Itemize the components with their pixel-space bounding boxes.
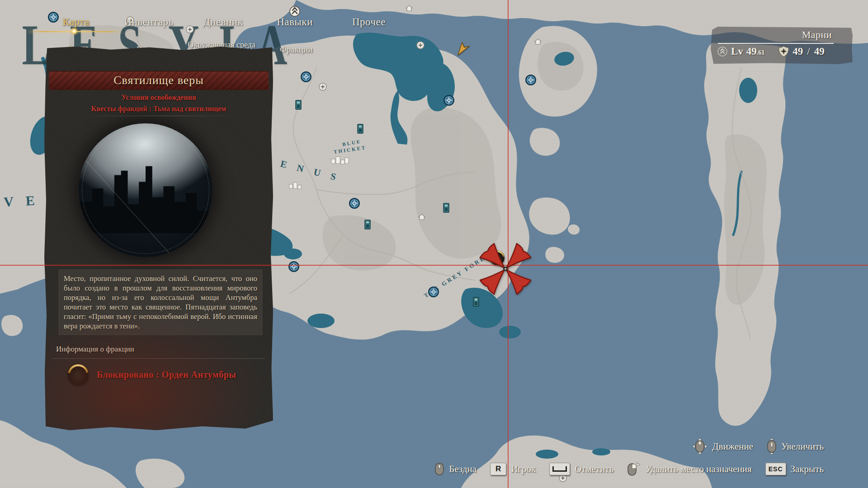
skill-points-current: 49 <box>793 46 803 57</box>
level-fraction: .61 <box>757 49 765 56</box>
subtab-factions[interactable]: Фракции <box>280 45 313 55</box>
map-marker-blue[interactable] <box>443 94 455 106</box>
map-marker-plus[interactable] <box>186 25 194 33</box>
level-value: 49 <box>746 46 757 57</box>
skill-point-up-icon <box>289 5 301 17</box>
player-position-arrow <box>456 41 470 58</box>
hint-abyss: Бездна <box>434 462 476 476</box>
map-marker-blue[interactable] <box>525 74 537 86</box>
destination-x-marker <box>477 241 533 299</box>
tab-inventory[interactable]: Инвентарь <box>124 16 173 28</box>
map-marker-blue[interactable] <box>428 286 439 298</box>
map-marker-blue[interactable] <box>300 71 312 83</box>
tab-misc[interactable]: Прочее <box>352 16 386 28</box>
unlock-conditions-header: Условия освобождения <box>44 94 273 102</box>
mouse-wheel-icon <box>767 438 777 455</box>
hint-label: Бездна <box>449 464 476 475</box>
skill-points-separator: / <box>807 46 810 57</box>
hint-label: Удалить место назначения <box>645 464 752 475</box>
faction-lock-status: Блокировано : Орден Антумбры <box>97 370 236 380</box>
skill-points-max: 49 <box>814 46 825 57</box>
key-space <box>549 463 570 475</box>
tooltip-title-band: Святилище веры <box>49 71 269 90</box>
hint-label: Движение <box>712 441 753 452</box>
antumbra-eclipse-icon <box>68 364 89 385</box>
spacebar-icon <box>552 466 567 472</box>
tab-skills[interactable]: Навыки <box>277 16 313 28</box>
map-marker-house[interactable] <box>418 214 425 220</box>
mouse-move-icon <box>692 438 708 455</box>
faction-info-header: Информация о фракции <box>56 345 134 354</box>
map-marker-house[interactable] <box>534 38 542 45</box>
location-title: Святилище веры <box>113 74 204 87</box>
hint-mark: Отметить <box>549 463 613 475</box>
map-marker-blue[interactable] <box>288 261 300 272</box>
tab-journal[interactable]: Дневник <box>203 16 243 28</box>
tab-map[interactable]: Карта <box>62 16 89 28</box>
divider <box>84 116 233 116</box>
hint-move: Движение <box>692 438 753 455</box>
key-r: R <box>490 463 506 475</box>
hint-label: Игрок <box>511 464 536 475</box>
hint-delete-destination: Удалить место назначения <box>627 462 752 476</box>
level-label: Lv <box>731 46 743 57</box>
status-underline <box>718 43 834 44</box>
map-marker-house[interactable] <box>406 5 413 11</box>
map-marker-plus[interactable] <box>416 41 425 49</box>
game-map-screen: LESYIA V E NN TB E N U SBLUETHICKETTHE G… <box>0 0 868 488</box>
hint-zoom: Увеличить <box>767 438 824 455</box>
location-artwork <box>79 123 212 257</box>
location-tooltip: Святилище веры Условия освобождения Квес… <box>44 47 273 430</box>
hint-close: ESC Закрыть <box>765 463 824 475</box>
map-marker-tower[interactable] <box>442 202 450 213</box>
map-marker-tower[interactable] <box>356 123 364 134</box>
hint-player: R Игрок <box>490 463 536 475</box>
active-tab-orb <box>70 27 78 35</box>
player-name: Марни <box>711 27 853 43</box>
level-up-chevrons-icon <box>717 46 728 57</box>
faction-status-row: Блокировано : Орден Антумбры <box>68 362 236 387</box>
mouse-middle-icon <box>434 462 444 476</box>
mouse-right-icon <box>627 462 641 476</box>
hint-label: Увеличить <box>781 441 824 452</box>
unlock-quest: Квесты фракций : Тьма над святилищем <box>44 105 273 113</box>
player-status-panel: Марни Lv 49.61 49 / 49 <box>711 27 853 64</box>
map-marker-tower[interactable] <box>363 219 372 230</box>
control-hints-row-1: Движение Увеличить <box>679 436 824 456</box>
map-marker-blue[interactable] <box>349 197 360 209</box>
divider <box>52 358 265 359</box>
control-hints-row-2: Бездна R Игрок Отметить Удалить место на… <box>421 459 824 479</box>
hint-label: Закрыть <box>791 464 824 475</box>
skill-points-shield-icon <box>778 45 789 57</box>
map-marker-plus[interactable] <box>319 83 327 91</box>
map-marker-tower[interactable] <box>294 99 302 110</box>
artwork-dotted-ring <box>82 127 209 254</box>
map-marker-blue[interactable] <box>47 11 59 23</box>
hint-label: Отметить <box>575 464 613 475</box>
key-esc: ESC <box>765 463 786 475</box>
location-description: Место, пропитанное духовной силой. Счита… <box>58 269 263 336</box>
